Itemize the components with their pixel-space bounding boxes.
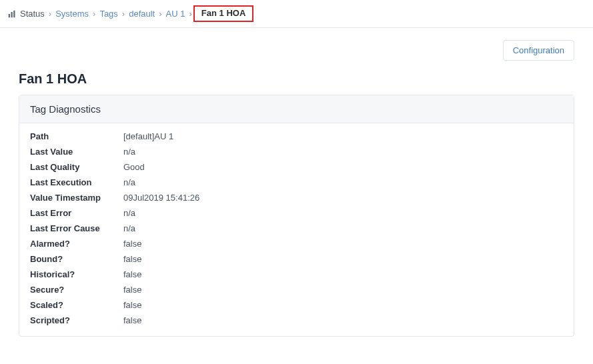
- table-row: Path [default]AU 1: [19, 129, 574, 144]
- chevron-right-icon: ›: [159, 9, 161, 19]
- table-row: Scaled? false: [19, 297, 574, 313]
- breadcrumb-active-highlight: Fan 1 HOA: [193, 5, 253, 22]
- table-row: Value Timestamp 09Jul2019 15:41:26: [19, 190, 574, 205]
- row-value: false: [123, 254, 141, 264]
- breadcrumb-item-status: Status: [20, 9, 45, 19]
- chevron-right-icon: ›: [122, 9, 125, 19]
- page-title: Fan 1 HOA: [19, 71, 574, 87]
- table-row: Last Error n/a: [19, 205, 574, 221]
- table-row: Secure? false: [19, 282, 574, 297]
- breadcrumb-item-default[interactable]: default: [129, 9, 155, 19]
- table-row: Scripted? false: [19, 313, 574, 328]
- row-label: Scaled?: [30, 300, 123, 310]
- diagnostics-panel: Tag Diagnostics Path [default]AU 1 Last …: [19, 95, 574, 337]
- row-value: false: [123, 285, 141, 295]
- row-label: Alarmed?: [30, 239, 123, 249]
- row-label: Last Execution: [30, 177, 123, 187]
- svg-rect-1: [11, 12, 13, 17]
- row-value: n/a: [123, 223, 135, 233]
- row-value: Good: [123, 162, 145, 172]
- diagnostics-panel-header: Tag Diagnostics: [19, 95, 574, 123]
- row-value: false: [123, 269, 141, 279]
- breadcrumb-item-au1[interactable]: AU 1: [166, 9, 185, 19]
- row-value: false: [123, 239, 141, 249]
- main-content: Configuration Fan 1 HOA Tag Diagnostics …: [0, 28, 593, 343]
- table-row: Last Quality Good: [19, 159, 574, 175]
- row-label: Value Timestamp: [30, 193, 123, 203]
- row-label: Bound?: [30, 254, 123, 264]
- row-value: n/a: [123, 177, 135, 187]
- table-row: Bound? false: [19, 251, 574, 267]
- configuration-button[interactable]: Configuration: [503, 40, 574, 61]
- row-label: Last Value: [30, 147, 123, 157]
- row-value: n/a: [123, 208, 135, 218]
- row-value: false: [123, 315, 141, 325]
- top-actions: Configuration: [19, 40, 574, 61]
- row-label: Scripted?: [30, 315, 123, 325]
- chevron-right-icon: ›: [49, 9, 51, 19]
- table-row: Last Error Cause n/a: [19, 221, 574, 236]
- row-label: Last Quality: [30, 162, 123, 172]
- breadcrumb: Status › Systems › Tags › default › AU 1…: [0, 0, 593, 28]
- row-value: [default]AU 1: [123, 131, 173, 141]
- row-label: Last Error Cause: [30, 223, 123, 233]
- svg-rect-0: [9, 14, 10, 17]
- row-value: false: [123, 300, 141, 310]
- row-value: n/a: [123, 147, 135, 157]
- breadcrumb-item-tags[interactable]: Tags: [99, 9, 117, 19]
- row-label: Historical?: [30, 269, 123, 279]
- bar-chart-icon: [8, 10, 16, 18]
- breadcrumb-item-systems[interactable]: Systems: [55, 9, 89, 19]
- table-row: Last Value n/a: [19, 144, 574, 159]
- table-row: Alarmed? false: [19, 236, 574, 251]
- breadcrumb-item-current: Fan 1 HOA: [201, 8, 245, 18]
- row-label: Last Error: [30, 208, 123, 218]
- table-row: Last Execution n/a: [19, 175, 574, 190]
- row-label: Path: [30, 131, 123, 141]
- table-row: Historical? false: [19, 267, 574, 282]
- diagnostics-panel-body: Path [default]AU 1 Last Value n/a Last Q…: [19, 123, 574, 336]
- chevron-right-icon: ›: [189, 9, 192, 19]
- chevron-right-icon: ›: [93, 9, 95, 19]
- svg-rect-2: [13, 10, 15, 17]
- row-label: Secure?: [30, 285, 123, 295]
- row-value: 09Jul2019 15:41:26: [123, 193, 199, 203]
